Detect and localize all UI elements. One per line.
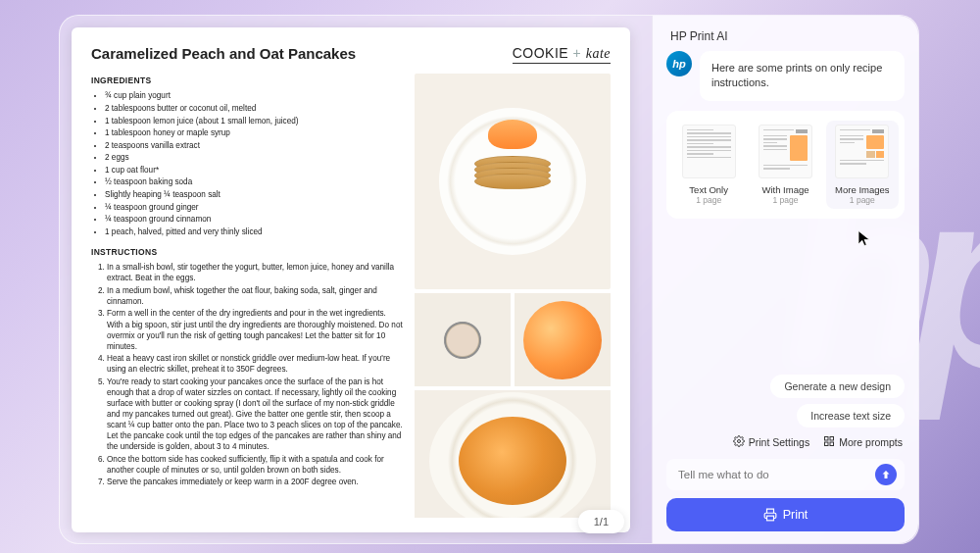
- instruction-item: In a medium bowl, whisk together the oat…: [107, 285, 403, 307]
- grid-icon: [823, 435, 835, 449]
- hero-image: [415, 74, 611, 289]
- printer-icon: [763, 508, 777, 522]
- svg-rect-3: [825, 442, 829, 446]
- ingredient-item: ¾ cup plain yogurt: [105, 90, 403, 101]
- ingredient-item: ½ teaspoon baking soda: [105, 176, 403, 187]
- send-button[interactable]: [875, 464, 897, 485]
- ingredient-item: Slightly heaping ¼ teaspoon salt: [105, 189, 403, 200]
- ingredient-item: 2 teaspoons vanilla extract: [105, 140, 403, 151]
- recipe-title: Caramelized Peach and Oat Pancakes: [91, 45, 356, 62]
- instruction-item: Serve the pancakes immediately or keep w…: [107, 477, 403, 487]
- hp-avatar-icon: hp: [666, 51, 692, 76]
- ingredients-list: ¾ cup plain yogurt2 tablespoons butter o…: [91, 90, 403, 236]
- option-with-image[interactable]: With Image 1 page: [749, 121, 821, 209]
- instruction-item: Heat a heavy cast iron skillet or nonsti…: [107, 353, 403, 375]
- ai-panel: HP Print AI hp Here are some prints on o…: [652, 16, 918, 543]
- svg-rect-2: [830, 437, 834, 441]
- option-title: With Image: [751, 184, 819, 195]
- option-sub: 1 page: [674, 195, 743, 205]
- peach-image: [514, 293, 611, 386]
- ingredients-heading: INGREDIENTS: [91, 75, 403, 86]
- svg-rect-5: [766, 516, 773, 521]
- chip-generate-design[interactable]: Generate a new design: [770, 375, 905, 398]
- ingredient-item: 1 tablespoon honey or maple syrup: [105, 127, 403, 138]
- option-sub: 1 page: [751, 195, 819, 205]
- option-sub: 1 page: [828, 195, 897, 205]
- batter-image: [415, 293, 511, 386]
- preview-pane: Caramelized Peach and Oat Pancakes COOKI…: [60, 16, 652, 543]
- arrow-up-icon: [880, 469, 892, 480]
- ingredient-item: ¼ teaspoon ground ginger: [105, 202, 403, 213]
- chip-increase-text[interactable]: Increase text size: [797, 404, 905, 427]
- ingredient-item: 2 eggs: [105, 152, 403, 163]
- print-settings-button[interactable]: Print Settings: [733, 435, 809, 449]
- option-text-only[interactable]: Text Only 1 page: [672, 121, 745, 209]
- option-title: Text Only: [674, 184, 743, 195]
- print-button[interactable]: Print: [666, 498, 905, 531]
- instruction-item: In a small-ish bowl, stir together the y…: [107, 262, 403, 283]
- document-page[interactable]: Caramelized Peach and Oat Pancakes COOKI…: [72, 27, 630, 532]
- instructions-list: In a small-ish bowl, stir together the y…: [91, 262, 403, 487]
- suggestion-chips: Generate a new design Increase text size: [653, 375, 918, 427]
- ai-header: HP Print AI: [653, 16, 918, 51]
- app-window: Caramelized Peach and Oat Pancakes COOKI…: [59, 15, 919, 544]
- svg-point-0: [737, 440, 740, 443]
- option-more-images[interactable]: More Images 1 page: [826, 121, 899, 209]
- thumb-more-images: [835, 125, 889, 178]
- recipe-text: INGREDIENTS ¾ cup plain yogurt2 tablespo…: [91, 74, 403, 518]
- ai-message: Here are some prints on only recipe inst…: [700, 51, 905, 101]
- ingredient-item: 1 peach, halved, pitted and very thinly …: [105, 226, 403, 237]
- instruction-item: Form a well in the center of the dry ing…: [107, 308, 403, 351]
- ingredient-item: 1 tablespoon lemon juice (about 1 small …: [105, 116, 403, 126]
- more-prompts-button[interactable]: More prompts: [823, 435, 903, 449]
- ingredient-item: 1 cup oat flour*: [105, 165, 403, 176]
- brand-logo: COOKIE + kate: [513, 45, 611, 64]
- svg-rect-4: [830, 442, 834, 446]
- thumb-text-only: [682, 125, 736, 178]
- svg-rect-1: [825, 437, 829, 441]
- ingredient-item: ¼ teaspoon ground cinnamon: [105, 214, 403, 225]
- prompt-input[interactable]: [666, 459, 905, 490]
- thumb-with-image: [759, 125, 812, 178]
- instruction-item: Once the bottom side has cooked sufficie…: [107, 454, 403, 476]
- recipe-images: [415, 74, 611, 518]
- ingredient-item: 2 tablespoons butter or coconut oil, mel…: [105, 103, 403, 114]
- layout-options: Text Only 1 page With Image 1 page: [666, 111, 905, 219]
- option-title: More Images: [828, 184, 897, 195]
- plated-image: [415, 390, 611, 518]
- page-indicator: 1/1: [578, 510, 624, 533]
- instructions-heading: INSTRUCTIONS: [91, 247, 403, 258]
- gear-icon: [733, 435, 745, 449]
- instruction-item: You're ready to start cooking your panca…: [107, 377, 403, 452]
